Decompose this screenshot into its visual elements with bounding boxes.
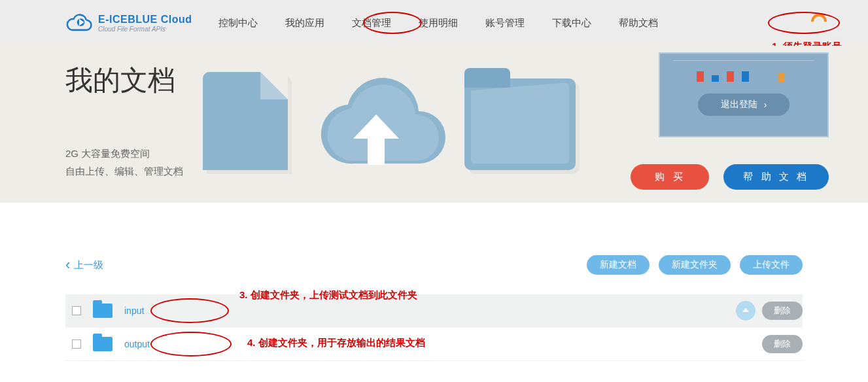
logout-button[interactable]: 退出登陆 ›	[698, 94, 790, 116]
row-checkbox[interactable]	[72, 306, 81, 315]
new-folder-button[interactable]: 新建文件夹	[659, 255, 731, 275]
cloud-upload-icon	[301, 65, 451, 170]
folder-icon	[464, 78, 576, 170]
row-checkbox[interactable]	[72, 339, 81, 349]
hero-illustration	[203, 65, 576, 170]
user-panel: 退出登陆 ›	[659, 52, 829, 137]
file-row[interactable]: input 3. 创建文件夹，上传测试文档到此文件夹 删除	[65, 294, 803, 328]
folder-icon	[93, 337, 113, 351]
main-nav: 控制中心 我的应用 文档管理 使用明细 账号管理 下载中心 帮助文档	[218, 17, 658, 29]
annotation-text-row1: 3. 创建文件夹，上传测试文档到此文件夹	[239, 289, 417, 302]
file-name[interactable]: output	[124, 339, 150, 349]
help-doc-button[interactable]: 帮 助 文 档	[723, 164, 829, 190]
chevron-right-icon: ›	[764, 99, 767, 110]
cloud-logo-icon	[65, 12, 93, 33]
brand-logo[interactable]: E-ICEBLUE Cloud Cloud File Format APIs	[65, 12, 192, 33]
top-header: E-ICEBLUE Cloud Cloud File Format APIs 控…	[0, 0, 868, 46]
mini-chart-icon	[697, 65, 821, 82]
buy-button[interactable]: 购 买	[631, 164, 709, 190]
chevron-left-icon: ‹	[65, 260, 70, 269]
annotation-ellipse-row2	[150, 332, 232, 356]
back-link[interactable]: ‹ 上一级	[65, 259, 103, 271]
nav-usage[interactable]: 使用明细	[419, 17, 458, 29]
hero-action-buttons: 购 买 帮 助 文 档	[631, 164, 829, 190]
new-document-button[interactable]: 新建文档	[587, 255, 650, 275]
folder-icon	[93, 304, 113, 318]
file-name[interactable]: input	[124, 305, 144, 316]
nav-control-center[interactable]: 控制中心	[218, 17, 258, 29]
delete-button[interactable]: 删除	[762, 335, 803, 353]
file-manager: ‹ 上一级 新建文档 新建文件夹 上传文件 input 3. 创建文件夹，上传测…	[0, 203, 868, 381]
upload-file-button[interactable]: 上传文件	[740, 255, 803, 275]
nav-account[interactable]: 账号管理	[485, 17, 525, 29]
nav-downloads[interactable]: 下载中心	[552, 17, 591, 29]
brand-subtitle: Cloud File Format APIs	[98, 26, 192, 33]
delete-button[interactable]: 删除	[762, 302, 803, 320]
file-toolbar: ‹ 上一级 新建文档 新建文件夹 上传文件	[65, 255, 803, 275]
move-up-button[interactable]	[736, 301, 755, 321]
nav-doc-manage[interactable]: 文档管理	[352, 17, 391, 29]
annotation-text-row2: 4. 创建文件夹，用于存放输出的结果文档	[247, 337, 425, 349]
nav-my-apps[interactable]: 我的应用	[285, 17, 324, 29]
file-row[interactable]: output 4. 创建文件夹，用于存放输出的结果文档 删除	[65, 328, 803, 361]
brand-text: E-ICEBLUE Cloud	[98, 14, 192, 26]
annotation-ellipse-row1	[150, 298, 229, 323]
file-icon	[203, 72, 288, 170]
nav-help[interactable]: 帮助文档	[619, 17, 658, 29]
hero-banner: 我的文档 2G 大容量免费空间 自由上传、编辑、管理文档	[0, 46, 868, 203]
user-avatar[interactable]	[809, 12, 829, 33]
